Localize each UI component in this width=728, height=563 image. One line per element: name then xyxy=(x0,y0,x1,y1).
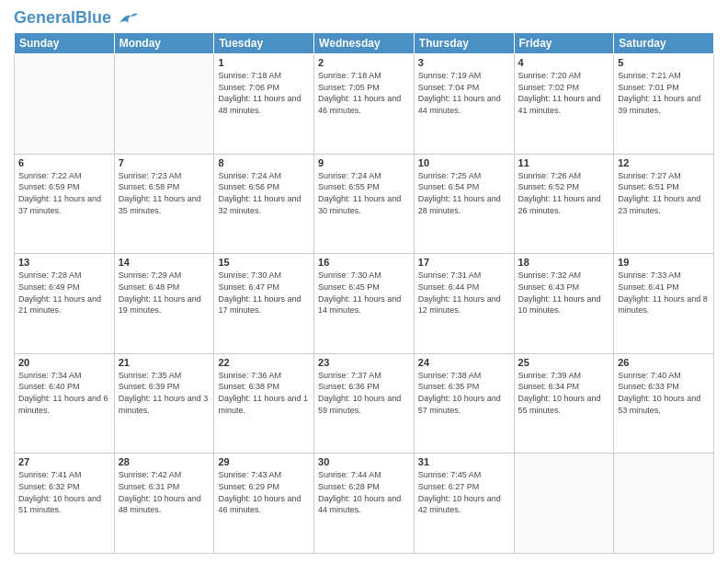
day-number: 12 xyxy=(618,157,710,168)
day-info: Sunrise: 7:41 AM Sunset: 6:32 PM Dayligh… xyxy=(18,469,110,515)
calendar-cell: 10Sunrise: 7:25 AM Sunset: 6:54 PM Dayli… xyxy=(414,154,514,254)
day-number: 1 xyxy=(218,57,310,68)
calendar-cell: 29Sunrise: 7:43 AM Sunset: 6:29 PM Dayli… xyxy=(214,454,314,554)
day-info: Sunrise: 7:42 AM Sunset: 6:31 PM Dayligh… xyxy=(119,469,210,515)
col-tuesday: Tuesday xyxy=(214,33,314,54)
day-info: Sunrise: 7:38 AM Sunset: 6:35 PM Dayligh… xyxy=(418,370,510,416)
day-number: 20 xyxy=(18,357,110,368)
day-number: 18 xyxy=(518,257,610,268)
header: GeneralBlue xyxy=(14,9,714,27)
col-monday: Monday xyxy=(114,33,214,54)
day-number: 29 xyxy=(218,456,310,467)
day-info: Sunrise: 7:25 AM Sunset: 6:54 PM Dayligh… xyxy=(418,170,510,216)
calendar-week-row: 20Sunrise: 7:34 AM Sunset: 6:40 PM Dayli… xyxy=(15,353,714,454)
day-info: Sunrise: 7:21 AM Sunset: 7:01 PM Dayligh… xyxy=(618,70,710,116)
calendar-table: Sunday Monday Tuesday Wednesday Thursday… xyxy=(14,32,714,554)
page: GeneralBlue Sunday Monday Tuesday Wednes… xyxy=(0,0,728,563)
day-info: Sunrise: 7:27 AM Sunset: 6:51 PM Dayligh… xyxy=(618,170,710,216)
day-info: Sunrise: 7:24 AM Sunset: 6:56 PM Dayligh… xyxy=(218,170,310,216)
day-number: 5 xyxy=(618,57,710,68)
day-number: 17 xyxy=(418,257,510,268)
calendar-cell: 24Sunrise: 7:38 AM Sunset: 6:35 PM Dayli… xyxy=(414,353,514,454)
day-info: Sunrise: 7:19 AM Sunset: 7:04 PM Dayligh… xyxy=(418,70,510,116)
logo: GeneralBlue xyxy=(14,9,138,27)
calendar-week-row: 13Sunrise: 7:28 AM Sunset: 6:49 PM Dayli… xyxy=(15,254,714,354)
calendar-cell: 20Sunrise: 7:34 AM Sunset: 6:40 PM Dayli… xyxy=(15,353,115,454)
calendar-cell: 25Sunrise: 7:39 AM Sunset: 6:34 PM Dayli… xyxy=(514,353,614,454)
calendar-cell: 8Sunrise: 7:24 AM Sunset: 6:56 PM Daylig… xyxy=(214,154,314,254)
calendar-cell: 22Sunrise: 7:36 AM Sunset: 6:38 PM Dayli… xyxy=(214,353,314,454)
day-number: 16 xyxy=(318,257,410,268)
day-number: 28 xyxy=(119,456,210,467)
day-info: Sunrise: 7:23 AM Sunset: 6:58 PM Dayligh… xyxy=(119,170,210,216)
calendar-cell: 31Sunrise: 7:45 AM Sunset: 6:27 PM Dayli… xyxy=(414,454,514,554)
calendar-header-row: Sunday Monday Tuesday Wednesday Thursday… xyxy=(15,33,714,54)
calendar-cell: 17Sunrise: 7:31 AM Sunset: 6:44 PM Dayli… xyxy=(414,254,514,354)
calendar-cell: 26Sunrise: 7:40 AM Sunset: 6:33 PM Dayli… xyxy=(614,353,714,454)
calendar-cell: 4Sunrise: 7:20 AM Sunset: 7:02 PM Daylig… xyxy=(514,54,614,155)
day-number: 9 xyxy=(318,157,410,168)
day-number: 7 xyxy=(119,157,210,168)
col-wednesday: Wednesday xyxy=(314,33,415,54)
calendar-cell: 9Sunrise: 7:24 AM Sunset: 6:55 PM Daylig… xyxy=(314,154,415,254)
day-info: Sunrise: 7:39 AM Sunset: 6:34 PM Dayligh… xyxy=(518,370,610,416)
calendar-cell: 18Sunrise: 7:32 AM Sunset: 6:43 PM Dayli… xyxy=(514,254,614,354)
day-number: 6 xyxy=(18,157,110,168)
calendar-cell: 5Sunrise: 7:21 AM Sunset: 7:01 PM Daylig… xyxy=(614,54,714,155)
calendar-cell: 2Sunrise: 7:18 AM Sunset: 7:05 PM Daylig… xyxy=(314,54,415,155)
day-info: Sunrise: 7:18 AM Sunset: 7:06 PM Dayligh… xyxy=(218,70,310,116)
logo-bird-icon xyxy=(118,10,138,27)
day-number: 27 xyxy=(18,456,110,467)
day-info: Sunrise: 7:28 AM Sunset: 6:49 PM Dayligh… xyxy=(18,270,110,316)
calendar-week-row: 6Sunrise: 7:22 AM Sunset: 6:59 PM Daylig… xyxy=(15,154,714,254)
calendar-cell xyxy=(15,54,115,155)
calendar-cell xyxy=(514,454,614,554)
day-number: 25 xyxy=(518,357,610,368)
logo-blue-text: Blue xyxy=(75,8,111,27)
day-info: Sunrise: 7:18 AM Sunset: 7:05 PM Dayligh… xyxy=(318,70,410,116)
col-sunday: Sunday xyxy=(15,33,115,54)
day-number: 24 xyxy=(418,357,510,368)
calendar-cell: 11Sunrise: 7:26 AM Sunset: 6:52 PM Dayli… xyxy=(514,154,614,254)
day-info: Sunrise: 7:20 AM Sunset: 7:02 PM Dayligh… xyxy=(518,70,610,116)
day-info: Sunrise: 7:33 AM Sunset: 6:41 PM Dayligh… xyxy=(618,270,710,316)
day-number: 8 xyxy=(218,157,310,168)
calendar-cell: 16Sunrise: 7:30 AM Sunset: 6:45 PM Dayli… xyxy=(314,254,415,354)
day-info: Sunrise: 7:32 AM Sunset: 6:43 PM Dayligh… xyxy=(518,270,610,316)
day-info: Sunrise: 7:30 AM Sunset: 6:47 PM Dayligh… xyxy=(218,270,310,316)
day-info: Sunrise: 7:31 AM Sunset: 6:44 PM Dayligh… xyxy=(418,270,510,316)
calendar-cell: 19Sunrise: 7:33 AM Sunset: 6:41 PM Dayli… xyxy=(614,254,714,354)
day-info: Sunrise: 7:24 AM Sunset: 6:55 PM Dayligh… xyxy=(318,170,410,216)
col-thursday: Thursday xyxy=(414,33,514,54)
calendar-cell: 13Sunrise: 7:28 AM Sunset: 6:49 PM Dayli… xyxy=(15,254,115,354)
calendar-cell: 14Sunrise: 7:29 AM Sunset: 6:48 PM Dayli… xyxy=(114,254,214,354)
day-info: Sunrise: 7:43 AM Sunset: 6:29 PM Dayligh… xyxy=(218,469,310,515)
day-number: 11 xyxy=(518,157,610,168)
day-number: 23 xyxy=(318,357,410,368)
day-info: Sunrise: 7:36 AM Sunset: 6:38 PM Dayligh… xyxy=(218,370,310,416)
calendar-cell: 23Sunrise: 7:37 AM Sunset: 6:36 PM Dayli… xyxy=(314,353,415,454)
day-info: Sunrise: 7:30 AM Sunset: 6:45 PM Dayligh… xyxy=(318,270,410,316)
calendar-cell: 21Sunrise: 7:35 AM Sunset: 6:39 PM Dayli… xyxy=(114,353,214,454)
calendar-cell: 15Sunrise: 7:30 AM Sunset: 6:47 PM Dayli… xyxy=(214,254,314,354)
calendar-cell xyxy=(614,454,714,554)
day-info: Sunrise: 7:45 AM Sunset: 6:27 PM Dayligh… xyxy=(418,469,510,515)
day-number: 26 xyxy=(618,357,710,368)
day-number: 10 xyxy=(418,157,510,168)
day-info: Sunrise: 7:40 AM Sunset: 6:33 PM Dayligh… xyxy=(618,370,710,416)
day-info: Sunrise: 7:44 AM Sunset: 6:28 PM Dayligh… xyxy=(318,469,410,515)
calendar-week-row: 27Sunrise: 7:41 AM Sunset: 6:32 PM Dayli… xyxy=(15,454,714,554)
day-info: Sunrise: 7:22 AM Sunset: 6:59 PM Dayligh… xyxy=(18,170,110,216)
day-number: 2 xyxy=(318,57,410,68)
day-number: 4 xyxy=(518,57,610,68)
day-number: 31 xyxy=(418,456,510,467)
logo-general: General xyxy=(14,8,75,27)
calendar-cell xyxy=(114,54,214,155)
calendar-cell: 28Sunrise: 7:42 AM Sunset: 6:31 PM Dayli… xyxy=(114,454,214,554)
calendar-cell: 30Sunrise: 7:44 AM Sunset: 6:28 PM Dayli… xyxy=(314,454,415,554)
day-number: 14 xyxy=(119,257,210,268)
day-info: Sunrise: 7:29 AM Sunset: 6:48 PM Dayligh… xyxy=(119,270,210,316)
day-info: Sunrise: 7:37 AM Sunset: 6:36 PM Dayligh… xyxy=(318,370,410,416)
calendar-cell: 1Sunrise: 7:18 AM Sunset: 7:06 PM Daylig… xyxy=(214,54,314,155)
calendar-cell: 7Sunrise: 7:23 AM Sunset: 6:58 PM Daylig… xyxy=(114,154,214,254)
